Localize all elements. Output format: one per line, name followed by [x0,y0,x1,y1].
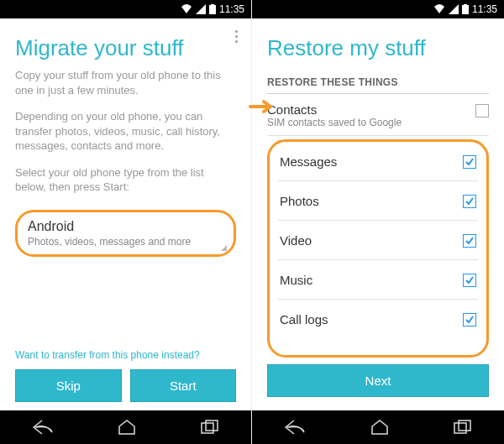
recent-icon[interactable] [201,420,219,435]
content-area: Migrate your stuff Copy your stuff from … [0,18,251,410]
battery-icon [462,4,469,14]
item-label: Music [280,273,458,287]
status-bar: 11:35 [252,0,504,18]
next-button[interactable]: Next [267,364,489,397]
status-bar: 11:35 [0,0,251,18]
home-icon[interactable] [117,419,137,436]
home-icon[interactable] [370,419,390,436]
svg-rect-5 [464,4,467,6]
item-label: Photos [280,194,458,208]
list-item-music[interactable]: Music [278,260,478,300]
page-title: Restore my stuff [267,35,489,61]
wifi-icon [181,4,192,14]
section-divider [267,93,489,94]
svg-rect-7 [459,420,470,431]
list-item-video[interactable]: Video [278,221,478,260]
detail-text: Depending on your old phone, you can tra… [15,109,236,154]
checkbox-icon[interactable] [463,195,476,208]
page-title: Migrate your stuff [15,35,236,61]
contacts-row[interactable]: Contacts SIM contacts saved to Google [267,96,489,136]
clock: 11:35 [472,3,497,15]
wifi-icon [433,4,445,14]
checkbox-icon[interactable] [463,234,476,248]
list-item-call-logs[interactable]: Call logs [278,300,478,338]
phone-right: 11:35 Restore my stuff RESTORE THESE THI… [252,0,504,444]
annotation-arrow-icon [249,99,274,114]
signal-icon [449,4,459,14]
battery-icon [209,4,216,14]
svg-rect-3 [206,420,218,431]
nav-bar [252,410,504,444]
prompt-text: Select your old phone type from the list… [15,165,236,195]
intro-text: Copy your stuff from your old phone to t… [15,68,236,97]
back-icon[interactable] [32,419,54,436]
overflow-menu-icon[interactable] [232,27,241,46]
item-label: Messages [280,154,458,169]
list-item-photos[interactable]: Photos [278,181,478,221]
svg-rect-4 [462,5,469,14]
restore-items-highlight: Messages Photos Video Music Call logs [267,139,489,358]
back-icon[interactable] [284,419,306,436]
button-bar: Next [267,358,489,405]
recent-icon[interactable] [454,420,472,435]
nav-bar [0,410,251,444]
checkbox-icon[interactable] [463,313,476,326]
transfer-from-this-phone-link[interactable]: Want to transfer from this phone instead… [15,349,236,361]
contacts-sublabel: SIM contacts saved to Google [267,117,470,128]
contacts-checkbox[interactable] [475,104,489,118]
svg-rect-0 [209,5,216,14]
section-label: RESTORE THESE THINGS [267,76,489,88]
button-bar: Skip Start [15,369,236,410]
svg-rect-6 [454,423,466,433]
signal-icon [196,4,206,14]
checkbox-icon[interactable] [463,274,476,287]
list-item-messages[interactable]: Messages [278,142,478,181]
clock: 11:35 [219,3,244,15]
content-area: Restore my stuff RESTORE THESE THINGS Co… [252,18,504,410]
item-label: Video [280,233,458,248]
selector-secondary: Photos, videos, messages and more [28,236,223,248]
skip-button[interactable]: Skip [15,369,122,402]
item-label: Call logs [280,312,458,326]
phone-type-selector[interactable]: Android Photos, videos, messages and mor… [15,210,236,257]
svg-rect-2 [202,423,213,433]
svg-rect-1 [211,4,214,6]
start-button[interactable]: Start [130,369,237,402]
contacts-label: Contacts [267,102,470,117]
checkbox-icon[interactable] [463,155,476,169]
phone-left: 11:35 Migrate your stuff Copy your stuff… [0,0,252,444]
selector-primary: Android [28,219,223,234]
